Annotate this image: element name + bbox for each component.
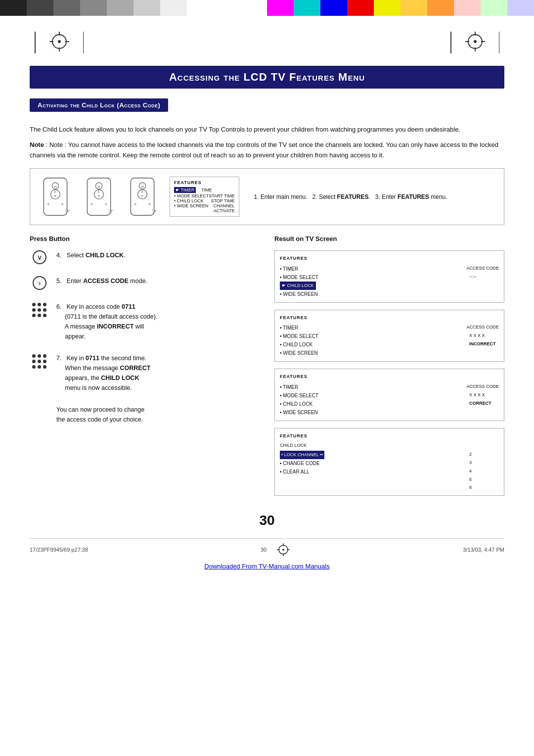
deco-vert-line-left bbox=[35, 32, 36, 53]
color-block-lightgreen bbox=[481, 0, 507, 16]
result-screen-column: Result on TV Screen FEATURES • TIMER ACC… bbox=[274, 235, 504, 503]
svg-text:☞: ☞ bbox=[65, 207, 71, 215]
color-block-magenta bbox=[267, 0, 294, 16]
screen2-row4: • WIDE SCREEN bbox=[280, 349, 499, 357]
color-block-lavender bbox=[507, 0, 534, 16]
screen1-title: FEATURES bbox=[280, 255, 499, 262]
step-8-text: You can now proceed to changethe access … bbox=[56, 405, 260, 425]
page-title: Accessing the LCD TV Features Menu bbox=[40, 71, 494, 84]
color-block-blue bbox=[320, 0, 347, 16]
color-block-amber bbox=[400, 0, 427, 16]
step-row-6: 6. Key in access code 0711 (0711 is the … bbox=[30, 302, 260, 341]
footer-right: 3/13/03, 4:47 PM bbox=[463, 547, 504, 553]
color-block-cyan bbox=[294, 0, 320, 16]
svg-text:H: H bbox=[54, 185, 56, 189]
screen2-row2: • MODE SELECT X X X X bbox=[280, 332, 499, 340]
result-screen-2: FEATURES • TIMER ACCESS CODE • MODE SELE… bbox=[274, 310, 504, 362]
step-7-icon bbox=[30, 353, 49, 369]
deco-vert-line-r2 bbox=[499, 32, 500, 53]
instruction-box: H ∧ ∨ + + ☞ H ∧ ∨ + + ☞ bbox=[30, 168, 504, 225]
instruction-steps-text: 1. Enter main menu. 2. Select FEATURES. … bbox=[249, 193, 496, 200]
remote-3: H ∧ ∨ + + ☞ bbox=[125, 176, 160, 218]
svg-text:+: + bbox=[47, 202, 50, 207]
feat-channel: CHANNEL bbox=[214, 203, 235, 208]
color-block bbox=[160, 0, 187, 16]
footer-center: 30 bbox=[261, 547, 267, 553]
svg-text:∨: ∨ bbox=[98, 194, 100, 198]
svg-text:+: + bbox=[148, 202, 151, 207]
feat-activate: ACTIVATE bbox=[214, 208, 235, 213]
footer-crosshair bbox=[276, 543, 290, 557]
color-block-red bbox=[347, 0, 374, 16]
step-7-text: 7. Key in 0711 the second time. When the… bbox=[56, 353, 260, 393]
step-row-8: You can now proceed to changethe access … bbox=[30, 405, 260, 425]
screen1-row2: • MODE SELECT --:-- bbox=[280, 273, 499, 282]
color-block bbox=[27, 0, 53, 16]
screen2-row1: • TIMER ACCESS CODE bbox=[280, 324, 499, 332]
screen1-row1: • TIMER ACCESS CODE bbox=[280, 265, 499, 273]
step-5-icon: › bbox=[30, 276, 49, 290]
screen4-title: FEATURES bbox=[280, 432, 499, 440]
color-bar-spacer bbox=[187, 0, 267, 16]
deco-vert-line-r1 bbox=[450, 32, 451, 53]
step-4-text: 4. Select CHILD LOCK. bbox=[56, 250, 260, 260]
svg-text:∨: ∨ bbox=[141, 194, 144, 198]
svg-text:∧: ∧ bbox=[54, 190, 57, 193]
result-screen-1: FEATURES • TIMER ACCESS CODE • MODE SELE… bbox=[274, 250, 504, 303]
screen4-row2: • CHANGE CODE 3 bbox=[280, 459, 499, 468]
page-number: 30 bbox=[30, 513, 504, 528]
step-6-icon bbox=[30, 302, 49, 318]
page-title-box: Accessing the LCD TV Features Menu bbox=[30, 66, 504, 89]
color-block bbox=[53, 0, 80, 16]
screen1-highlighted-childlock: ☛ CHILD LOCK bbox=[280, 282, 316, 290]
two-column-layout: Press Button ∨ 4. Select CHILD LOCK. › bbox=[30, 235, 504, 503]
svg-text:☞: ☞ bbox=[152, 207, 158, 215]
screen4-lock-channel: • LOCK CHANNEL •• bbox=[280, 451, 324, 459]
step-5-text: 5. Enter ACCESS CODE mode. bbox=[56, 276, 260, 286]
download-link[interactable]: Downloaded From TV-Manual.com Manuals bbox=[204, 563, 329, 570]
footer: 17/23PF9945/69 p27:38 30 3/13/03, 4:47 P… bbox=[30, 538, 504, 559]
screen3-title: FEATURES bbox=[280, 373, 499, 380]
down-button[interactable]: ∨ bbox=[33, 250, 46, 264]
col-left-header: Press Button bbox=[30, 235, 260, 242]
step-row-5: › 5. Enter ACCESS CODE mode. bbox=[30, 276, 260, 290]
color-block bbox=[0, 0, 27, 16]
svg-text:∧: ∧ bbox=[98, 190, 100, 193]
feat-timer-right: TIME bbox=[201, 188, 212, 192]
svg-text:H: H bbox=[97, 185, 100, 189]
color-block bbox=[107, 0, 134, 16]
col-right-header: Result on TV Screen bbox=[274, 235, 504, 242]
svg-text:H: H bbox=[141, 185, 143, 189]
svg-text:+: + bbox=[90, 202, 93, 207]
download-link-section: Downloaded From TV-Manual.com Manuals bbox=[30, 563, 504, 570]
color-block-orange bbox=[427, 0, 454, 16]
feat-start-time: START TIME bbox=[209, 193, 234, 198]
step-row-7: 7. Key in 0711 the second time. When the… bbox=[30, 353, 260, 393]
step-6-text: 6. Key in access code 0711 (0711 is the … bbox=[56, 302, 260, 341]
feat-mode-select: • MODE SELECT bbox=[174, 193, 209, 198]
screen3-row1: • TIMER ACCESS CODE bbox=[280, 383, 499, 391]
svg-text:∨: ∨ bbox=[54, 194, 57, 198]
svg-text:+: + bbox=[104, 202, 107, 207]
color-block-pink bbox=[454, 0, 481, 16]
svg-point-44 bbox=[282, 549, 284, 551]
screen4-row5: 6 bbox=[280, 484, 499, 491]
top-color-bars bbox=[0, 0, 534, 16]
screen4-row4: 5 bbox=[280, 476, 499, 483]
screen4-subtitle: CHILD LOCK bbox=[280, 442, 499, 449]
right-button[interactable]: › bbox=[33, 276, 46, 290]
screen2-title: FEATURES bbox=[280, 314, 499, 322]
deco-vert-line-right bbox=[83, 32, 84, 53]
svg-text:+: + bbox=[134, 202, 137, 207]
svg-point-5 bbox=[58, 40, 61, 43]
screen2-incorrect: INCORRECT bbox=[469, 340, 499, 349]
crosshair-left bbox=[48, 31, 70, 54]
numpad-icon-7 bbox=[32, 354, 47, 369]
screen1-row4: • WIDE SCREEN bbox=[280, 290, 499, 298]
numpad-icon-6 bbox=[32, 303, 47, 318]
note-text: Note : Note : You cannot have access to … bbox=[30, 140, 504, 161]
color-block bbox=[134, 0, 160, 16]
screen3-row4: • WIDE SCREEN bbox=[280, 408, 499, 417]
step-row-4: ∨ 4. Select CHILD LOCK. bbox=[30, 250, 260, 264]
screen1-row3: ☛ CHILD LOCK bbox=[280, 282, 499, 290]
